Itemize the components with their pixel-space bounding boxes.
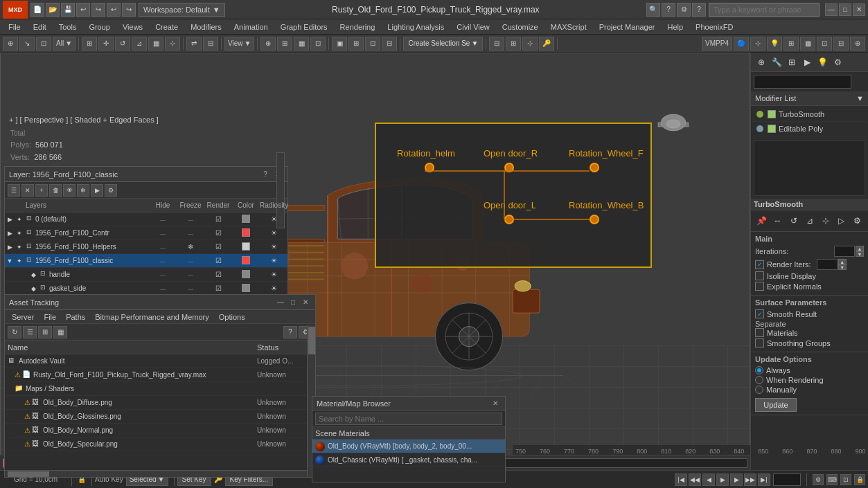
asset-maximize-icon[interactable]: □: [287, 297, 299, 308]
render3-icon[interactable]: ⊹: [750, 37, 765, 51]
asset-row-maps-folder[interactable]: 📁 Maps / Shaders: [5, 382, 315, 396]
menu-project[interactable]: Project Manager: [594, 21, 661, 33]
view-dropdown[interactable]: View▼: [224, 37, 254, 51]
render6-icon[interactable]: ▦: [800, 37, 815, 51]
menu-maxscript[interactable]: MAXScript: [545, 21, 592, 33]
rp-rotate-icon[interactable]: ↺: [786, 213, 801, 228]
layer-row-gasket[interactable]: ◆ ⊡ gasket_side — — ☑ ☀: [5, 282, 287, 296]
layer-icon[interactable]: ▣: [332, 37, 347, 51]
save-btn[interactable]: 💾: [61, 3, 75, 17]
minimize-btn[interactable]: —: [825, 3, 838, 16]
render2-icon[interactable]: 🔵: [734, 37, 749, 51]
at-list-icon[interactable]: ☰: [23, 326, 37, 338]
tc-next-icon[interactable]: ▶▶: [744, 473, 756, 486]
align-icon[interactable]: ⊟: [203, 37, 218, 51]
at-table-icon[interactable]: ▦: [53, 326, 67, 338]
bb-keyboard-icon[interactable]: ⌨: [826, 474, 838, 485]
maximize-btn[interactable]: □: [839, 3, 851, 16]
snap3-icon[interactable]: ▦: [294, 37, 309, 51]
layer-row-handle[interactable]: ◆ ⊡ handle — — ☑ ☀: [5, 268, 287, 282]
lt-add-icon[interactable]: +: [35, 184, 48, 197]
settings-icon-btn[interactable]: ⚙: [677, 3, 691, 17]
modify-icon[interactable]: 🔧: [769, 55, 784, 70]
help-btn[interactable]: ?: [662, 3, 675, 17]
menu-tools[interactable]: Tools: [53, 21, 82, 33]
create-icon[interactable]: ⊕: [754, 55, 769, 70]
search-input[interactable]: [709, 3, 820, 17]
layer-row-2[interactable]: ▶ ✦ ⊡ 1956_Ford_F100_Helpers — ❄ ☑ ☀: [5, 240, 287, 254]
lt-freeze-icon[interactable]: ❄: [77, 184, 89, 197]
at-grid-icon[interactable]: ⊞: [38, 326, 52, 338]
asset-menu-server[interactable]: Server: [8, 313, 38, 321]
menu-lighting[interactable]: Lighting Analysis: [382, 21, 450, 33]
tc-end-icon[interactable]: ▶|: [758, 473, 770, 486]
iterations-down[interactable]: ▼: [856, 251, 864, 257]
redo-btn[interactable]: ↪: [91, 3, 105, 17]
layer2-icon[interactable]: ⊞: [348, 37, 364, 51]
render-iters-down[interactable]: ▼: [838, 264, 847, 270]
matmap-item-1[interactable]: Old_Chassic (VRayMtl) [ _gasket, chassis…: [312, 453, 505, 467]
asset-close-icon[interactable]: ✕: [300, 297, 311, 308]
asset-row-specular[interactable]: ⚠ 🖼 Old_Body_Specular.png Unknown: [5, 437, 315, 451]
render4-icon[interactable]: 💡: [767, 37, 782, 51]
tc-prev-icon[interactable]: ◀◀: [689, 473, 701, 486]
layer-row-0[interactable]: ▶ ✦ ⊡ 0 (default) — — ☑ ☀: [5, 213, 287, 226]
iterations-input[interactable]: 0: [834, 246, 855, 257]
menu-create[interactable]: Create: [150, 21, 184, 33]
menu-group[interactable]: Group: [83, 21, 116, 33]
undo-btn[interactable]: ↩: [76, 3, 90, 17]
render-iters-spinner[interactable]: 2 ▲ ▼: [817, 259, 847, 270]
lt-close-icon[interactable]: ✕: [21, 184, 34, 197]
rp-settings-icon[interactable]: ⚙: [850, 213, 865, 228]
workspace-dropdown[interactable]: Workspace: Default ▼: [139, 3, 225, 17]
asset-menu-paths[interactable]: Paths: [62, 313, 89, 321]
manually-radio[interactable]: [755, 386, 763, 394]
frame-number-input[interactable]: 0: [773, 473, 801, 486]
selection-dropdown[interactable]: Create Selection Se▼: [403, 37, 483, 51]
matmap-close-icon[interactable]: ✕: [490, 398, 501, 409]
modifier-checkbox2[interactable]: [768, 125, 776, 133]
layers-help-icon[interactable]: ?: [260, 169, 271, 180]
rotate-icon[interactable]: ↺: [115, 37, 130, 51]
ref-icon[interactable]: ⊹: [165, 37, 180, 51]
lt-render-icon[interactable]: ▶: [91, 184, 103, 197]
lt-delete-icon[interactable]: 🗑: [49, 184, 62, 197]
menu-customize[interactable]: Customize: [497, 21, 544, 33]
display-icon[interactable]: 💡: [815, 55, 830, 70]
filter-icon[interactable]: ⊞: [82, 37, 97, 51]
render7-icon[interactable]: ⊡: [817, 37, 832, 51]
menu-civil[interactable]: Civil View: [451, 21, 495, 33]
asset-hscrollbar[interactable]: [5, 470, 307, 477]
menu-edit[interactable]: Edit: [28, 21, 52, 33]
move-icon[interactable]: ✛: [98, 37, 114, 51]
asset-row-vault[interactable]: 🖥 Autodesk Vault Logged O...: [5, 354, 315, 368]
unlink-icon[interactable]: ⊞: [506, 37, 521, 51]
tc-start-icon[interactable]: |◀: [675, 473, 687, 486]
rp-move-icon[interactable]: ↔: [770, 213, 786, 228]
snap2-icon[interactable]: ⊞: [277, 37, 292, 51]
render-iters-checkbox[interactable]: ✓: [755, 260, 764, 269]
matmap-item-0[interactable]: Old_Body (VRayMtl) [body, body_2, body_0…: [312, 440, 505, 453]
matmap-search-input[interactable]: [315, 413, 502, 425]
bb-timeline-icon[interactable]: ⊡: [840, 474, 851, 485]
lt-hide-icon[interactable]: 👁: [63, 184, 76, 197]
isoline-checkbox[interactable]: [755, 271, 764, 280]
bone-icon[interactable]: ⊹: [522, 37, 538, 51]
when-rendering-radio[interactable]: [755, 376, 763, 384]
asset-row-diffuse[interactable]: ⚠ 🖼 Old_Body_Diffuse.png Unknown: [5, 396, 315, 410]
asset-row-max-file[interactable]: ⚠ 📄 Rusty_Old_Ford_F100_Pickup_Truck_Rig…: [5, 368, 315, 382]
place-icon[interactable]: ▦: [148, 37, 163, 51]
menu-views[interactable]: Views: [117, 21, 148, 33]
open-btn[interactable]: 📂: [46, 3, 60, 17]
layer3-icon[interactable]: ⊡: [365, 37, 380, 51]
menu-rendering[interactable]: Rendering: [335, 21, 381, 33]
help2-icon-btn[interactable]: ?: [692, 3, 706, 17]
iterations-up[interactable]: ▲: [856, 246, 864, 251]
render9-icon[interactable]: ⊕: [850, 37, 865, 51]
modifier-turbosmooth[interactable]: TurboSmooth: [752, 107, 867, 122]
layer-row-3[interactable]: ▼ ✦ ⊡ 1956_Ford_F100_classic — — ☑ ☀: [5, 254, 287, 268]
select-icon[interactable]: ⊕: [3, 37, 18, 51]
tc-prev-frame-icon[interactable]: ◀: [702, 473, 715, 486]
region-icon[interactable]: ⊡: [36, 37, 51, 51]
render-icon[interactable]: ⊟: [382, 37, 397, 51]
